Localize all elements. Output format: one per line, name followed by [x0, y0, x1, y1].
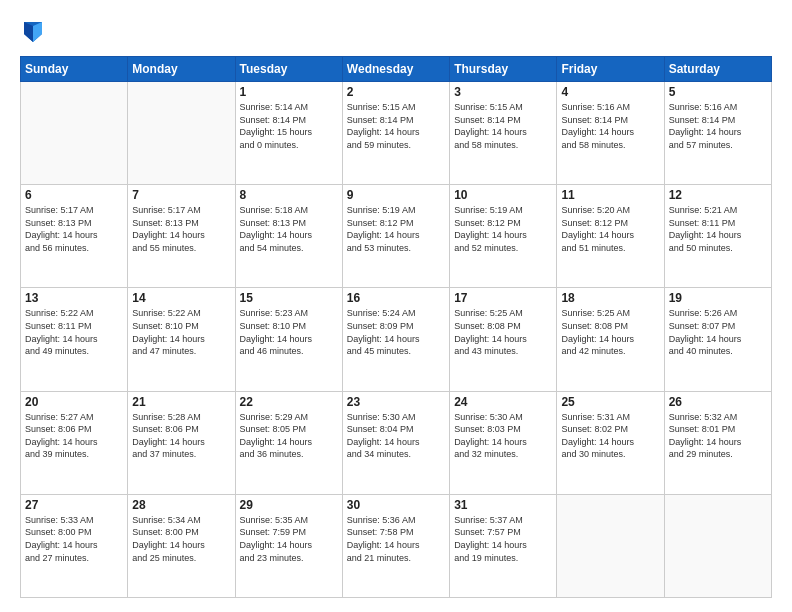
day-number: 25 — [561, 395, 659, 409]
day-info: Sunrise: 5:18 AM Sunset: 8:13 PM Dayligh… — [240, 204, 338, 254]
day-info: Sunrise: 5:16 AM Sunset: 8:14 PM Dayligh… — [669, 101, 767, 151]
day-number: 4 — [561, 85, 659, 99]
week-row-1: 1Sunrise: 5:14 AM Sunset: 8:14 PM Daylig… — [21, 82, 772, 185]
calendar-cell: 4Sunrise: 5:16 AM Sunset: 8:14 PM Daylig… — [557, 82, 664, 185]
page: SundayMondayTuesdayWednesdayThursdayFrid… — [0, 0, 792, 612]
calendar-cell: 11Sunrise: 5:20 AM Sunset: 8:12 PM Dayli… — [557, 185, 664, 288]
day-number: 10 — [454, 188, 552, 202]
day-number: 13 — [25, 291, 123, 305]
day-number: 12 — [669, 188, 767, 202]
calendar-cell: 3Sunrise: 5:15 AM Sunset: 8:14 PM Daylig… — [450, 82, 557, 185]
calendar-cell: 6Sunrise: 5:17 AM Sunset: 8:13 PM Daylig… — [21, 185, 128, 288]
calendar-cell: 20Sunrise: 5:27 AM Sunset: 8:06 PM Dayli… — [21, 391, 128, 494]
day-info: Sunrise: 5:25 AM Sunset: 8:08 PM Dayligh… — [561, 307, 659, 357]
calendar-cell: 8Sunrise: 5:18 AM Sunset: 8:13 PM Daylig… — [235, 185, 342, 288]
header — [20, 18, 772, 46]
day-info: Sunrise: 5:33 AM Sunset: 8:00 PM Dayligh… — [25, 514, 123, 564]
calendar-cell: 27Sunrise: 5:33 AM Sunset: 8:00 PM Dayli… — [21, 494, 128, 597]
day-number: 22 — [240, 395, 338, 409]
weekday-header-friday: Friday — [557, 57, 664, 82]
day-number: 31 — [454, 498, 552, 512]
calendar-cell — [557, 494, 664, 597]
weekday-header-tuesday: Tuesday — [235, 57, 342, 82]
calendar-cell: 9Sunrise: 5:19 AM Sunset: 8:12 PM Daylig… — [342, 185, 449, 288]
weekday-header-monday: Monday — [128, 57, 235, 82]
day-info: Sunrise: 5:30 AM Sunset: 8:03 PM Dayligh… — [454, 411, 552, 461]
calendar-cell — [128, 82, 235, 185]
day-number: 29 — [240, 498, 338, 512]
calendar-cell: 18Sunrise: 5:25 AM Sunset: 8:08 PM Dayli… — [557, 288, 664, 391]
calendar-cell: 5Sunrise: 5:16 AM Sunset: 8:14 PM Daylig… — [664, 82, 771, 185]
day-info: Sunrise: 5:16 AM Sunset: 8:14 PM Dayligh… — [561, 101, 659, 151]
day-number: 19 — [669, 291, 767, 305]
day-info: Sunrise: 5:29 AM Sunset: 8:05 PM Dayligh… — [240, 411, 338, 461]
day-number: 11 — [561, 188, 659, 202]
day-number: 7 — [132, 188, 230, 202]
day-number: 18 — [561, 291, 659, 305]
day-number: 21 — [132, 395, 230, 409]
day-number: 16 — [347, 291, 445, 305]
logo-icon — [22, 18, 44, 46]
calendar-cell: 14Sunrise: 5:22 AM Sunset: 8:10 PM Dayli… — [128, 288, 235, 391]
day-info: Sunrise: 5:31 AM Sunset: 8:02 PM Dayligh… — [561, 411, 659, 461]
weekday-header-sunday: Sunday — [21, 57, 128, 82]
weekday-header-wednesday: Wednesday — [342, 57, 449, 82]
day-info: Sunrise: 5:22 AM Sunset: 8:10 PM Dayligh… — [132, 307, 230, 357]
calendar-cell: 17Sunrise: 5:25 AM Sunset: 8:08 PM Dayli… — [450, 288, 557, 391]
day-number: 2 — [347, 85, 445, 99]
calendar-cell: 15Sunrise: 5:23 AM Sunset: 8:10 PM Dayli… — [235, 288, 342, 391]
day-number: 1 — [240, 85, 338, 99]
calendar-cell: 16Sunrise: 5:24 AM Sunset: 8:09 PM Dayli… — [342, 288, 449, 391]
calendar-cell: 12Sunrise: 5:21 AM Sunset: 8:11 PM Dayli… — [664, 185, 771, 288]
day-info: Sunrise: 5:15 AM Sunset: 8:14 PM Dayligh… — [347, 101, 445, 151]
calendar-cell: 7Sunrise: 5:17 AM Sunset: 8:13 PM Daylig… — [128, 185, 235, 288]
day-number: 30 — [347, 498, 445, 512]
calendar-cell: 24Sunrise: 5:30 AM Sunset: 8:03 PM Dayli… — [450, 391, 557, 494]
calendar-cell — [664, 494, 771, 597]
day-number: 20 — [25, 395, 123, 409]
day-info: Sunrise: 5:14 AM Sunset: 8:14 PM Dayligh… — [240, 101, 338, 151]
calendar-cell: 23Sunrise: 5:30 AM Sunset: 8:04 PM Dayli… — [342, 391, 449, 494]
day-number: 8 — [240, 188, 338, 202]
day-info: Sunrise: 5:32 AM Sunset: 8:01 PM Dayligh… — [669, 411, 767, 461]
day-number: 26 — [669, 395, 767, 409]
week-row-3: 13Sunrise: 5:22 AM Sunset: 8:11 PM Dayli… — [21, 288, 772, 391]
calendar-cell: 19Sunrise: 5:26 AM Sunset: 8:07 PM Dayli… — [664, 288, 771, 391]
weekday-header-saturday: Saturday — [664, 57, 771, 82]
day-info: Sunrise: 5:26 AM Sunset: 8:07 PM Dayligh… — [669, 307, 767, 357]
day-number: 24 — [454, 395, 552, 409]
day-info: Sunrise: 5:37 AM Sunset: 7:57 PM Dayligh… — [454, 514, 552, 564]
calendar-table: SundayMondayTuesdayWednesdayThursdayFrid… — [20, 56, 772, 598]
day-info: Sunrise: 5:28 AM Sunset: 8:06 PM Dayligh… — [132, 411, 230, 461]
day-info: Sunrise: 5:17 AM Sunset: 8:13 PM Dayligh… — [25, 204, 123, 254]
day-number: 6 — [25, 188, 123, 202]
day-number: 5 — [669, 85, 767, 99]
day-info: Sunrise: 5:17 AM Sunset: 8:13 PM Dayligh… — [132, 204, 230, 254]
day-number: 9 — [347, 188, 445, 202]
day-info: Sunrise: 5:15 AM Sunset: 8:14 PM Dayligh… — [454, 101, 552, 151]
calendar-cell: 22Sunrise: 5:29 AM Sunset: 8:05 PM Dayli… — [235, 391, 342, 494]
day-info: Sunrise: 5:21 AM Sunset: 8:11 PM Dayligh… — [669, 204, 767, 254]
calendar-cell: 25Sunrise: 5:31 AM Sunset: 8:02 PM Dayli… — [557, 391, 664, 494]
day-info: Sunrise: 5:34 AM Sunset: 8:00 PM Dayligh… — [132, 514, 230, 564]
logo — [20, 18, 46, 46]
day-info: Sunrise: 5:19 AM Sunset: 8:12 PM Dayligh… — [454, 204, 552, 254]
calendar-cell: 10Sunrise: 5:19 AM Sunset: 8:12 PM Dayli… — [450, 185, 557, 288]
calendar-cell: 1Sunrise: 5:14 AM Sunset: 8:14 PM Daylig… — [235, 82, 342, 185]
day-info: Sunrise: 5:36 AM Sunset: 7:58 PM Dayligh… — [347, 514, 445, 564]
week-row-5: 27Sunrise: 5:33 AM Sunset: 8:00 PM Dayli… — [21, 494, 772, 597]
day-info: Sunrise: 5:30 AM Sunset: 8:04 PM Dayligh… — [347, 411, 445, 461]
week-row-4: 20Sunrise: 5:27 AM Sunset: 8:06 PM Dayli… — [21, 391, 772, 494]
weekday-header-row: SundayMondayTuesdayWednesdayThursdayFrid… — [21, 57, 772, 82]
day-number: 17 — [454, 291, 552, 305]
day-info: Sunrise: 5:25 AM Sunset: 8:08 PM Dayligh… — [454, 307, 552, 357]
calendar-cell: 13Sunrise: 5:22 AM Sunset: 8:11 PM Dayli… — [21, 288, 128, 391]
calendar-cell — [21, 82, 128, 185]
day-info: Sunrise: 5:35 AM Sunset: 7:59 PM Dayligh… — [240, 514, 338, 564]
calendar-cell: 26Sunrise: 5:32 AM Sunset: 8:01 PM Dayli… — [664, 391, 771, 494]
calendar-cell: 21Sunrise: 5:28 AM Sunset: 8:06 PM Dayli… — [128, 391, 235, 494]
calendar-cell: 29Sunrise: 5:35 AM Sunset: 7:59 PM Dayli… — [235, 494, 342, 597]
calendar-cell: 2Sunrise: 5:15 AM Sunset: 8:14 PM Daylig… — [342, 82, 449, 185]
day-number: 27 — [25, 498, 123, 512]
day-number: 23 — [347, 395, 445, 409]
